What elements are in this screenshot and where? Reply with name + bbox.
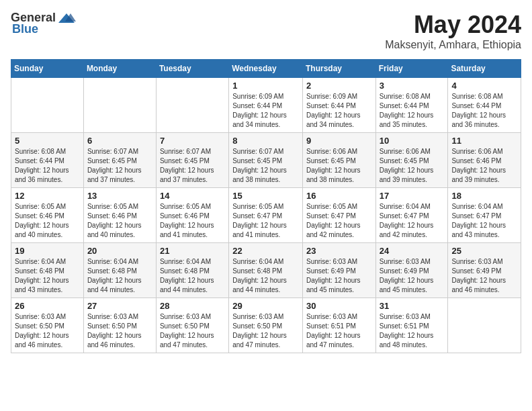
calendar-cell: 20Sunrise: 6:04 AM Sunset: 6:48 PM Dayli… <box>83 243 156 298</box>
day-number: 19 <box>15 246 80 256</box>
month-title: May 2024 <box>385 11 521 39</box>
day-number: 22 <box>232 246 299 256</box>
cell-sun-info: Sunrise: 6:09 AM Sunset: 6:44 PM Dayligh… <box>306 92 372 130</box>
calendar-cell: 1Sunrise: 6:09 AM Sunset: 6:44 PM Daylig… <box>229 78 303 133</box>
calendar-cell: 30Sunrise: 6:03 AM Sunset: 6:51 PM Dayli… <box>302 298 375 353</box>
weekday-header-saturday: Saturday <box>448 60 521 78</box>
calendar-cell: 8Sunrise: 6:07 AM Sunset: 6:45 PM Daylig… <box>229 133 303 188</box>
calendar-cell: 19Sunrise: 6:04 AM Sunset: 6:48 PM Dayli… <box>11 243 84 298</box>
cell-sun-info: Sunrise: 6:04 AM Sunset: 6:48 PM Dayligh… <box>160 257 225 295</box>
calendar-cell: 2Sunrise: 6:09 AM Sunset: 6:44 PM Daylig… <box>302 78 375 133</box>
calendar-cell: 6Sunrise: 6:07 AM Sunset: 6:45 PM Daylig… <box>83 133 156 188</box>
calendar-cell: 28Sunrise: 6:03 AM Sunset: 6:50 PM Dayli… <box>156 298 228 353</box>
cell-sun-info: Sunrise: 6:05 AM Sunset: 6:46 PM Dayligh… <box>160 202 225 240</box>
calendar-body: 1Sunrise: 6:09 AM Sunset: 6:44 PM Daylig… <box>11 78 521 353</box>
logo-blue-text: Blue <box>12 22 38 36</box>
day-number: 18 <box>451 191 517 201</box>
cell-sun-info: Sunrise: 6:08 AM Sunset: 6:44 PM Dayligh… <box>451 92 517 130</box>
cell-sun-info: Sunrise: 6:07 AM Sunset: 6:45 PM Dayligh… <box>232 147 299 185</box>
calendar-table: SundayMondayTuesdayWednesdayThursdayFrid… <box>11 59 521 353</box>
day-number: 10 <box>380 136 445 146</box>
day-number: 27 <box>87 301 152 311</box>
calendar-cell: 3Sunrise: 6:08 AM Sunset: 6:44 PM Daylig… <box>375 78 448 133</box>
day-number: 30 <box>306 301 372 311</box>
calendar-cell: 10Sunrise: 6:06 AM Sunset: 6:45 PM Dayli… <box>375 133 448 188</box>
weekday-header-thursday: Thursday <box>302 60 375 78</box>
calendar-week-row: 1Sunrise: 6:09 AM Sunset: 6:44 PM Daylig… <box>11 78 521 133</box>
day-number: 16 <box>306 191 372 201</box>
day-number: 28 <box>160 301 225 311</box>
day-number: 2 <box>306 81 372 91</box>
day-number: 24 <box>380 246 445 256</box>
cell-sun-info: Sunrise: 6:05 AM Sunset: 6:47 PM Dayligh… <box>306 202 372 240</box>
cell-sun-info: Sunrise: 6:05 AM Sunset: 6:46 PM Dayligh… <box>87 202 152 240</box>
title-block: May 2024 Maksenyit, Amhara, Ethiopia <box>385 11 521 51</box>
cell-sun-info: Sunrise: 6:03 AM Sunset: 6:50 PM Dayligh… <box>232 312 299 350</box>
cell-sun-info: Sunrise: 6:06 AM Sunset: 6:45 PM Dayligh… <box>380 147 445 185</box>
calendar-cell: 26Sunrise: 6:03 AM Sunset: 6:50 PM Dayli… <box>11 298 84 353</box>
cell-sun-info: Sunrise: 6:03 AM Sunset: 6:50 PM Dayligh… <box>15 312 80 350</box>
logo: General Blue <box>11 11 76 36</box>
weekday-header-monday: Monday <box>83 60 156 78</box>
day-number: 4 <box>451 81 517 91</box>
day-number: 6 <box>87 136 152 146</box>
calendar-week-row: 5Sunrise: 6:08 AM Sunset: 6:44 PM Daylig… <box>11 133 521 188</box>
day-number: 8 <box>232 136 299 146</box>
calendar-cell: 11Sunrise: 6:06 AM Sunset: 6:46 PM Dayli… <box>448 133 521 188</box>
day-number: 25 <box>451 246 517 256</box>
day-number: 11 <box>451 136 517 146</box>
cell-sun-info: Sunrise: 6:04 AM Sunset: 6:48 PM Dayligh… <box>15 257 80 295</box>
cell-sun-info: Sunrise: 6:04 AM Sunset: 6:48 PM Dayligh… <box>232 257 299 295</box>
cell-sun-info: Sunrise: 6:03 AM Sunset: 6:49 PM Dayligh… <box>306 257 372 295</box>
calendar-cell: 4Sunrise: 6:08 AM Sunset: 6:44 PM Daylig… <box>448 78 521 133</box>
cell-sun-info: Sunrise: 6:09 AM Sunset: 6:44 PM Dayligh… <box>232 92 299 130</box>
calendar-cell: 16Sunrise: 6:05 AM Sunset: 6:47 PM Dayli… <box>302 188 375 243</box>
calendar-cell: 17Sunrise: 6:04 AM Sunset: 6:47 PM Dayli… <box>375 188 448 243</box>
cell-sun-info: Sunrise: 6:03 AM Sunset: 6:50 PM Dayligh… <box>87 312 152 350</box>
cell-sun-info: Sunrise: 6:06 AM Sunset: 6:46 PM Dayligh… <box>451 147 517 185</box>
cell-sun-info: Sunrise: 6:08 AM Sunset: 6:44 PM Dayligh… <box>15 147 80 185</box>
weekday-header-sunday: Sunday <box>11 60 84 78</box>
logo-icon <box>57 12 76 24</box>
calendar-cell: 31Sunrise: 6:03 AM Sunset: 6:51 PM Dayli… <box>375 298 448 353</box>
calendar-cell <box>83 78 156 133</box>
weekday-header-tuesday: Tuesday <box>156 60 228 78</box>
cell-sun-info: Sunrise: 6:07 AM Sunset: 6:45 PM Dayligh… <box>160 147 225 185</box>
day-number: 1 <box>232 81 299 91</box>
calendar-week-row: 12Sunrise: 6:05 AM Sunset: 6:46 PM Dayli… <box>11 188 521 243</box>
weekday-header-wednesday: Wednesday <box>229 60 303 78</box>
cell-sun-info: Sunrise: 6:07 AM Sunset: 6:45 PM Dayligh… <box>87 147 152 185</box>
cell-sun-info: Sunrise: 6:04 AM Sunset: 6:47 PM Dayligh… <box>380 202 445 240</box>
calendar-cell: 13Sunrise: 6:05 AM Sunset: 6:46 PM Dayli… <box>83 188 156 243</box>
cell-sun-info: Sunrise: 6:03 AM Sunset: 6:51 PM Dayligh… <box>380 312 445 350</box>
cell-sun-info: Sunrise: 6:05 AM Sunset: 6:47 PM Dayligh… <box>232 202 299 240</box>
day-number: 13 <box>87 191 152 201</box>
day-number: 17 <box>380 191 445 201</box>
weekday-header-friday: Friday <box>375 60 448 78</box>
calendar-cell <box>11 78 84 133</box>
calendar-cell: 7Sunrise: 6:07 AM Sunset: 6:45 PM Daylig… <box>156 133 228 188</box>
cell-sun-info: Sunrise: 6:03 AM Sunset: 6:50 PM Dayligh… <box>160 312 225 350</box>
cell-sun-info: Sunrise: 6:03 AM Sunset: 6:51 PM Dayligh… <box>306 312 372 350</box>
calendar-cell: 25Sunrise: 6:03 AM Sunset: 6:49 PM Dayli… <box>448 243 521 298</box>
page-header: General Blue May 2024 Maksenyit, Amhara,… <box>11 11 521 51</box>
calendar-cell: 12Sunrise: 6:05 AM Sunset: 6:46 PM Dayli… <box>11 188 84 243</box>
calendar-cell: 14Sunrise: 6:05 AM Sunset: 6:46 PM Dayli… <box>156 188 228 243</box>
day-number: 26 <box>15 301 80 311</box>
cell-sun-info: Sunrise: 6:03 AM Sunset: 6:49 PM Dayligh… <box>451 257 517 295</box>
day-number: 9 <box>306 136 372 146</box>
calendar-cell: 23Sunrise: 6:03 AM Sunset: 6:49 PM Dayli… <box>302 243 375 298</box>
day-number: 29 <box>232 301 299 311</box>
calendar-cell: 9Sunrise: 6:06 AM Sunset: 6:45 PM Daylig… <box>302 133 375 188</box>
calendar-cell: 18Sunrise: 6:04 AM Sunset: 6:47 PM Dayli… <box>448 188 521 243</box>
calendar-cell: 29Sunrise: 6:03 AM Sunset: 6:50 PM Dayli… <box>229 298 303 353</box>
day-number: 23 <box>306 246 372 256</box>
cell-sun-info: Sunrise: 6:04 AM Sunset: 6:47 PM Dayligh… <box>451 202 517 240</box>
day-number: 3 <box>380 81 445 91</box>
calendar-header: SundayMondayTuesdayWednesdayThursdayFrid… <box>11 60 521 78</box>
day-number: 14 <box>160 191 225 201</box>
calendar-cell: 21Sunrise: 6:04 AM Sunset: 6:48 PM Dayli… <box>156 243 228 298</box>
calendar-cell: 5Sunrise: 6:08 AM Sunset: 6:44 PM Daylig… <box>11 133 84 188</box>
location-subtitle: Maksenyit, Amhara, Ethiopia <box>385 39 521 51</box>
calendar-cell <box>156 78 228 133</box>
